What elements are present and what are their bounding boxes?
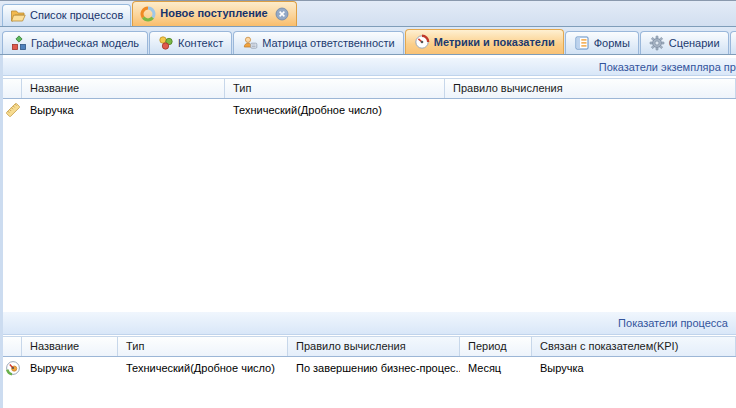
cell-type: Технический(Дробное число) — [118, 357, 288, 379]
cell-kpi: Выручка — [532, 357, 736, 379]
form-icon — [574, 35, 590, 51]
view-tab-label: Графическая модель — [31, 37, 139, 49]
instance-indicators-section-header: Показатели экземпляра про — [3, 57, 736, 76]
cell-name: Выручка — [22, 99, 225, 121]
table-row[interactable]: Выручка Технический(Дробное число) По за… — [3, 357, 736, 379]
cell-name: Выручка — [22, 357, 118, 379]
doc-tab-new-receipt[interactable]: Новое поступление — [132, 1, 296, 26]
process-indicators-table: Название Тип Правило вычисления Период С… — [3, 336, 736, 379]
application-window: Список процессов Новое поступление — [0, 0, 736, 408]
ruler-icon — [5, 102, 21, 118]
column-header-kpi[interactable]: Связан с показателем(KPI) — [532, 337, 736, 356]
column-header-name[interactable]: Название — [22, 337, 118, 356]
column-header-name[interactable]: Название — [22, 79, 225, 98]
metrics-panel: Показатели экземпляра про Название Тип П… — [0, 55, 736, 408]
view-tab-responsibility-matrix[interactable]: Матрица ответственности — [233, 31, 404, 54]
view-tab-label: Сценарии — [669, 37, 720, 49]
doc-tab-label: Список процессов — [30, 9, 123, 21]
view-tab-metrics-indicators[interactable]: Метрики и показатели — [405, 29, 564, 54]
cell-rule: По завершению бизнес-процес... — [288, 357, 460, 379]
view-tab-label: Формы — [594, 37, 630, 49]
cell-type: Технический(Дробное число) — [225, 99, 445, 121]
view-tab-context[interactable]: Контекст — [149, 31, 232, 54]
view-tab-label: Контекст — [178, 37, 223, 49]
person-card-icon — [242, 35, 258, 51]
view-tab-label: Матрица ответственности — [262, 37, 395, 49]
cell-period: Месяц — [460, 357, 532, 379]
process-ring-icon — [140, 6, 156, 22]
column-header-type[interactable]: Тип — [118, 337, 288, 356]
instance-indicators-table: Название Тип Правило вычисления — [3, 78, 736, 121]
column-header-type[interactable]: Тип — [225, 79, 445, 98]
document-tabbar: Список процессов Новое поступление — [0, 0, 736, 27]
column-header-rule[interactable]: Правило вычисления — [445, 79, 736, 98]
view-tab-scenarios[interactable]: Сценарии — [640, 31, 729, 54]
speedometer-icon — [414, 34, 430, 50]
view-tab-settings[interactable]: Настройки — [730, 31, 736, 54]
gear-icon — [649, 35, 665, 51]
view-tab-forms[interactable]: Формы — [565, 31, 639, 54]
column-header-icon[interactable] — [3, 79, 22, 98]
column-header-icon[interactable] — [3, 337, 22, 356]
doc-tab-process-list[interactable]: Список процессов — [2, 4, 131, 26]
close-tab-icon[interactable] — [275, 7, 289, 21]
view-tab-graphical-model[interactable]: Графическая модель — [2, 31, 148, 54]
view-tabbar: Графическая модель Контекст — [0, 27, 736, 55]
column-header-rule[interactable]: Правило вычисления — [288, 337, 460, 356]
cell-rule — [445, 99, 736, 121]
doc-tab-label: Новое поступление — [160, 7, 267, 19]
context-shapes-icon — [158, 35, 174, 51]
process-indicators-section-header: Показатели процесса — [3, 311, 736, 335]
process-section-title: Показатели процесса — [618, 317, 728, 329]
column-header-period[interactable]: Период — [460, 337, 532, 356]
diagram-icon — [11, 35, 27, 51]
view-tab-label: Метрики и показатели — [434, 36, 555, 48]
instance-section-title: Показатели экземпляра про — [599, 61, 736, 73]
table-row[interactable]: Выручка Технический(Дробное число) — [3, 99, 736, 121]
process-table-header: Название Тип Правило вычисления Период С… — [3, 336, 736, 357]
folder-open-icon — [10, 8, 26, 24]
instance-table-header: Название Тип Правило вычисления — [3, 78, 736, 99]
gauge-icon — [5, 360, 21, 376]
